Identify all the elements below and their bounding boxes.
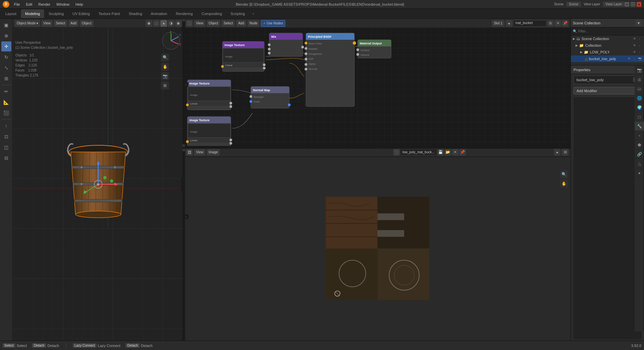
corner-bl-shader[interactable] — [182, 144, 185, 147]
shader-copy-btn[interactable]: ⧉ — [547, 20, 554, 27]
menu-render[interactable]: Render — [36, 2, 53, 7]
lowpoly-sel-icon[interactable]: ↓ — [637, 50, 642, 54]
nav-ortho-icon[interactable]: ⊞ — [161, 81, 169, 90]
nav-pan-icon[interactable]: ✋ — [161, 63, 169, 71]
tool-transform[interactable]: ⊞ — [1, 73, 11, 83]
tool-bevel[interactable]: ◫ — [1, 142, 11, 152]
uv-pan-icon[interactable]: ✋ — [560, 180, 568, 188]
prop-tab-object[interactable]: ◻ — [635, 112, 644, 122]
menu-file[interactable]: File — [11, 2, 23, 7]
uv-zoom-icon[interactable]: 🔍 — [560, 170, 568, 178]
uv-left-collapse-btn[interactable]: ‹ — [184, 214, 188, 219]
outliner-filter-btn[interactable]: ▼ — [635, 20, 642, 26]
scene-vis-icon[interactable]: 👁 — [632, 36, 637, 41]
collection-vis-icon[interactable]: 👁 — [632, 43, 637, 48]
corner-tl-uv[interactable] — [182, 149, 185, 151]
shader-material-name[interactable]: mat_bucket — [513, 20, 546, 27]
tab-animation[interactable]: Animation — [147, 9, 171, 18]
bucket-vis-icon[interactable]: 👁 — [627, 56, 631, 61]
use-nodes-toggle[interactable]: ✓ Use Nodes — [261, 20, 285, 27]
scene-selector[interactable]: Scene — [566, 2, 581, 7]
viewport-select-btn[interactable]: Select — [54, 20, 67, 27]
uv-editor-type-btn[interactable]: 🖼 — [186, 149, 193, 156]
viewport-shading-render[interactable]: ◉ — [175, 20, 182, 27]
uv-grid-btn[interactable]: ⊞ — [562, 149, 569, 156]
prop-tab-constraints[interactable]: 🔗 — [635, 150, 644, 159]
close-button[interactable]: × — [637, 2, 641, 7]
tool-extrude[interactable]: ↑ — [1, 121, 11, 131]
uv-open-btn[interactable]: 📂 — [445, 149, 451, 156]
outliner-item-bucket[interactable]: △ bucket_low_poly 👁 ↓ 📷 — [571, 55, 644, 62]
prop-tab-scene[interactable]: 🌐 — [635, 94, 644, 103]
prop-tab-object-data[interactable]: △ — [635, 159, 644, 168]
tool-move[interactable]: ✛ — [1, 41, 11, 51]
blender-logo[interactable]: B — [3, 1, 9, 8]
view-layer-selector[interactable]: View Layer — [603, 2, 625, 7]
tool-select[interactable]: ▣ — [1, 20, 11, 30]
nav-zoom-icon[interactable]: 🔍 — [161, 53, 169, 61]
viewport-mode-btn[interactable]: Object Mode ▾ — [15, 20, 40, 27]
vertical-separator-center[interactable]: ⋮ — [182, 19, 185, 341]
uv-image-btn[interactable]: Image — [207, 149, 220, 156]
outliner-item-lowpoly[interactable]: ▶ 📁 LOW_POLY 👁 ↓ — [571, 49, 644, 55]
scene-sel-icon[interactable]: ↓ — [637, 36, 642, 41]
shader-view-btn[interactable]: View — [194, 20, 205, 27]
tab-shading[interactable]: Shading — [125, 9, 146, 18]
viewport-object-btn[interactable]: Object — [80, 20, 94, 27]
shader-slot-btn[interactable]: Slot 1 — [492, 20, 504, 27]
maximize-button[interactable]: □ — [631, 2, 635, 7]
uv-save-btn[interactable]: 💾 — [437, 149, 444, 156]
bucket-sel-icon[interactable]: ↓ — [632, 56, 637, 61]
uv-image-type-icon[interactable]: ⬛ — [393, 149, 400, 156]
outliner-item-collection[interactable]: ▶ 📁 Collection 👁 ↓ — [571, 42, 644, 49]
viewport-overlay-btn[interactable]: ◉ — [146, 20, 152, 27]
uv-display-btn[interactable]: ● — [554, 149, 560, 156]
menu-edit[interactable]: Edit — [23, 2, 35, 7]
uv-image-name[interactable]: low_poly_mat_buck... — [400, 150, 437, 155]
shader-select-btn[interactable]: Select — [221, 20, 235, 27]
uv-x-btn[interactable]: ✕ — [452, 149, 459, 156]
tab-rendering[interactable]: Rendering — [172, 9, 197, 18]
prop-tab-particles[interactable]: ⭒ — [635, 131, 644, 140]
prop-tab-modifier[interactable]: 🔧 — [635, 122, 644, 131]
shader-add-btn[interactable]: Add — [236, 20, 246, 27]
minimize-button[interactable]: − — [625, 2, 629, 7]
tab-modeling[interactable]: Modeling — [21, 9, 44, 18]
tool-scale[interactable]: ⤡ — [1, 63, 11, 73]
viewport-add-btn[interactable]: Add — [68, 20, 78, 27]
shader-node-graph[interactable]: mat_bucket Image Texture Image — [184, 28, 571, 147]
tool-loop-cut[interactable]: ⊟ — [1, 153, 11, 163]
tool-inset[interactable]: ⊡ — [1, 132, 11, 142]
uv-view-btn[interactable]: View — [194, 149, 205, 156]
viewport-shading-material[interactable]: ◑ — [168, 20, 174, 27]
tab-sculpting[interactable]: Sculpting — [45, 9, 68, 18]
collection-sel-icon[interactable]: ↓ — [637, 43, 642, 48]
bucket-render-icon[interactable]: 📷 — [637, 56, 642, 61]
prop-tab-world[interactable]: 🌍 — [635, 103, 644, 112]
horizontal-separator-shader-uv[interactable]: ··· — [185, 146, 571, 149]
viewport-shading-solid[interactable]: ● — [160, 20, 167, 27]
add-workspace-button[interactable]: + — [250, 10, 257, 17]
tool-annotate[interactable]: ✏ — [1, 86, 11, 97]
prop-tab-output[interactable]: 🖨 — [635, 75, 644, 84]
viewport-shading-wire[interactable]: □ — [153, 20, 160, 27]
lowpoly-vis-icon[interactable]: 👁 — [632, 50, 637, 54]
add-modifier-button[interactable]: Add Modifier ▾ — [574, 87, 641, 95]
shader-object-btn[interactable]: Object — [207, 20, 220, 27]
shader-sphere-btn[interactable]: ● — [506, 20, 512, 27]
uv-content[interactable]: 🔍 ✋ — [184, 157, 571, 341]
corner-tl-shader[interactable] — [182, 19, 185, 21]
tab-layout[interactable]: Layout — [1, 9, 20, 18]
shader-node-btn[interactable]: Node — [248, 20, 260, 27]
nav-camera-icon[interactable]: 📷 — [161, 72, 169, 80]
prop-tab-view-layer[interactable]: 🗂 — [635, 84, 644, 94]
tool-measure[interactable]: 📐 — [1, 97, 11, 107]
uv-pin-btn[interactable]: 📌 — [459, 149, 466, 156]
shader-editor-type-btn[interactable]: ⬛ — [186, 20, 193, 27]
viewport-content[interactable]: User Perspective (1) Scene Collection | … — [13, 28, 184, 341]
tab-scripting[interactable]: Scripting — [226, 9, 249, 18]
tab-uv-editing[interactable]: UV Editing — [68, 9, 94, 18]
menu-help[interactable]: Help — [73, 2, 86, 7]
prop-tab-render[interactable]: 📷 — [635, 65, 644, 75]
tab-compositing[interactable]: Compositing — [197, 9, 226, 18]
